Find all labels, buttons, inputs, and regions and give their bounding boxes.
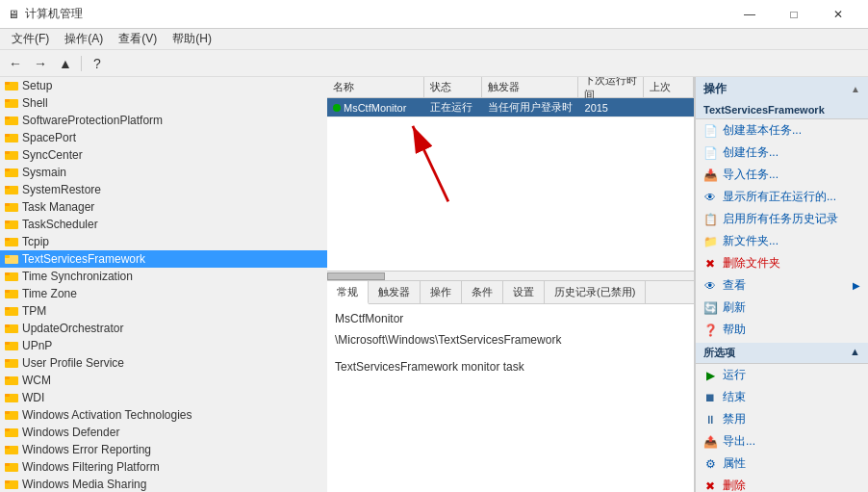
action-help[interactable]: ❓ 帮助 [696,319,868,341]
tree-item-winerrorreport[interactable]: Windows Error Reporting [0,441,327,458]
tree-item-label: SystemRestore [22,183,101,196]
minimize-button[interactable]: — [728,0,772,29]
properties-icon: ⚙ [703,457,717,471]
tab-triggers[interactable]: 触发器 [369,281,421,303]
tree-item-label: Time Synchronization [22,270,133,283]
tree-item-textservices[interactable]: TextServicesFramework [0,250,327,268]
tree-item-label: Windows Media Sharing [22,478,146,491]
col-header-name[interactable]: 名称 [327,77,424,97]
back-button[interactable]: ← [4,53,27,74]
right-panel: 操作 ▲ TextServicesFramework 📄 创建基本任务... 📄… [695,77,868,492]
help-button[interactable]: ? [86,53,109,74]
action-export[interactable]: 📤 导出... [696,430,868,453]
action-create-basic[interactable]: 📄 创建基本任务... [696,119,868,142]
tree-item-winactivation[interactable]: Windows Activation Technologies [0,406,327,424]
actions-section-framework: 操作 ▲ TextServicesFramework 📄 创建基本任务... 📄… [696,77,868,341]
tree-item-setup[interactable]: Setup [0,77,327,94]
folder-icon [4,478,19,491]
svg-rect-35 [5,376,10,379]
menu-view[interactable]: 查看(V) [111,29,165,49]
tree-item-taskmanager[interactable]: Task Manager [0,198,327,216]
action-properties[interactable]: ⚙ 属性 [696,453,868,475]
tree-item-softwareprot[interactable]: SoftwareProtectionPlatform [0,112,327,129]
action-refresh[interactable]: 🔄 刷新 [696,297,868,319]
tab-history[interactable]: 历史记录(已禁用) [545,281,646,303]
props-path: \Microsoft\Windows\TextServicesFramework [335,333,686,347]
actions-section-title: 操作 [703,81,727,97]
new-folder-icon: 📁 [703,235,717,248]
tree-item-systemrestore[interactable]: SystemRestore [0,181,327,198]
tab-general[interactable]: 常规 [327,281,369,304]
left-tree[interactable]: Setup Shell SoftwareProtectionPlatform S… [0,77,327,492]
maximize-button[interactable]: □ [772,0,816,29]
svg-rect-47 [5,480,10,483]
svg-rect-21 [5,255,10,258]
h-scrollbar[interactable] [327,271,694,280]
tree-item-label: WDI [22,391,44,404]
svg-rect-1 [5,82,10,85]
import-task-icon: 📥 [703,168,717,182]
title-bar-left: 🖥 计算机管理 [8,6,83,22]
tree-item-spaceport[interactable]: SpacePort [0,129,327,146]
folder-icon [4,148,19,162]
close-button[interactable]: ✕ [816,0,860,29]
tab-settings[interactable]: 设置 [503,281,545,303]
tree-item-label: Setup [22,79,52,92]
col-header-trigger[interactable]: 触发器 [482,77,579,97]
menu-help[interactable]: 帮助(H) [165,29,219,49]
tree-item-updateorch[interactable]: UpdateOrchestrator [0,320,327,337]
tree-item-sysmain[interactable]: Sysmain [0,164,327,181]
svg-rect-5 [5,117,10,119]
svg-rect-37 [5,394,10,397]
tab-actions[interactable]: 操作 [421,281,462,303]
delete-folder-icon: ✖ [703,257,717,271]
tree-item-tcpip[interactable]: Tcpip [0,233,327,250]
props-path-value: \Microsoft\Windows\TextServicesFramework [335,333,561,347]
action-end[interactable]: ⏹ 结束 [696,386,868,408]
action-create-task[interactable]: 📄 创建任务... [696,142,868,164]
tab-conditions[interactable]: 条件 [462,281,503,303]
tree-item-taskscheduler[interactable]: TaskScheduler [0,216,327,233]
col-header-next[interactable]: 下次运行时间 [578,77,644,97]
folder-icon [4,322,19,335]
svg-rect-13 [5,186,10,189]
tree-item-userprofile[interactable]: User Profile Service [0,354,327,372]
action-disable[interactable]: ⏸ 禁用 [696,408,868,430]
tree-item-label: Tcpip [22,235,49,248]
tree-item-windefender[interactable]: Windows Defender [0,424,327,441]
forward-button[interactable]: → [29,53,52,74]
folder-icon [4,356,19,370]
action-new-folder[interactable]: 📁 新文件夹... [696,230,868,252]
menu-file[interactable]: 文件(F) [4,29,57,49]
tree-item-winmedia[interactable]: Windows Media Sharing [0,476,327,492]
tree-item-upnp[interactable]: UPnP [0,337,327,354]
tree-item-winfilter[interactable]: Windows Filtering Platform [0,458,327,476]
action-delete[interactable]: ✖ 删除 [696,475,868,492]
tree-item-timesync[interactable]: Time Synchronization [0,268,327,285]
selected-section-arrow[interactable]: ▲ [850,346,860,360]
task-row-msctfmonitor[interactable]: MsCtfMonitor 正在运行 当任何用户登录时 2015 [327,98,694,117]
folder-icon [4,218,19,231]
tree-item-shell[interactable]: Shell [0,94,327,112]
up-button[interactable]: ▲ [54,53,77,74]
section-collapse-arrow[interactable]: ▲ [851,84,860,94]
action-import-task[interactable]: 📥 导入任务... [696,164,868,186]
tree-item-timezone[interactable]: Time Zone [0,285,327,302]
props-name-value: MsCtfMonitor [335,312,403,325]
main-layout: Setup Shell SoftwareProtectionPlatform S… [0,77,868,492]
tree-item-label: SpacePort [22,131,76,144]
tree-item-synccenter[interactable]: SyncCenter [0,146,327,164]
col-header-status[interactable]: 状态 [424,77,482,97]
action-enable-history[interactable]: 📋 启用所有任务历史记录 [696,208,868,230]
action-delete-folder[interactable]: ✖ 删除文件夹 [696,252,868,274]
action-show-running[interactable]: 👁 显示所有正在运行的... [696,186,868,208]
view-icon: 👁 [703,279,717,293]
menu-action[interactable]: 操作(A) [57,29,111,49]
action-run[interactable]: ▶ 运行 [696,364,868,386]
tree-item-wcm[interactable]: WCM [0,372,327,389]
col-header-last[interactable]: 上次 [644,77,694,97]
tree-item-tpm[interactable]: TPM [0,302,327,320]
tree-item-wdi[interactable]: WDI [0,389,327,406]
action-view[interactable]: 👁 查看 ▶ [696,274,868,297]
folder-icon [4,443,19,456]
